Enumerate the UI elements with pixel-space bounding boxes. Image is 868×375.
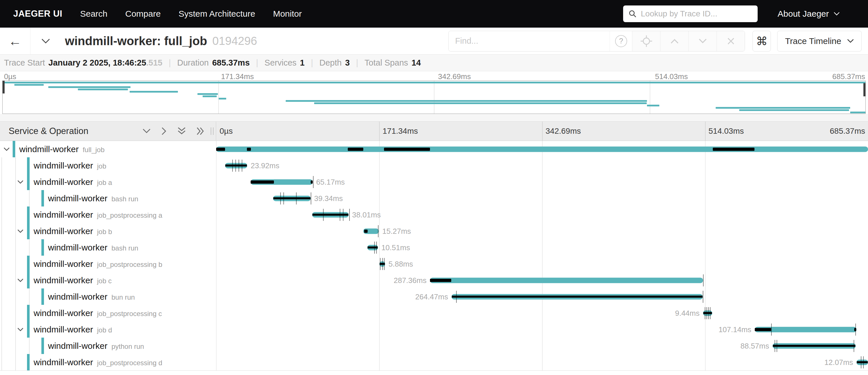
span-row[interactable]: windmill-workerjob d107.14ms	[0, 321, 868, 338]
expand-chevron-icon[interactable]	[3, 147, 10, 151]
nav-item-search[interactable]: Search	[80, 9, 107, 19]
app-logo[interactable]: JAEGER UI	[13, 9, 62, 19]
service-name: windmill-worker	[34, 177, 93, 187]
span-name-cell[interactable]: windmill-workerjob_postprocessing b	[0, 256, 216, 272]
span-bar-cell[interactable]: 12.07ms	[216, 354, 868, 370]
span-name-cell[interactable]: windmill-workerfull_job	[0, 141, 216, 157]
indent-guide	[1, 206, 2, 223]
ruler-tick-label: 685.37ms	[832, 72, 865, 81]
span-bar-cell[interactable]: 88.57ms	[216, 338, 868, 354]
span-row[interactable]: windmill-workerbun run264.47ms	[0, 288, 868, 305]
span-bar[interactable]	[216, 146, 868, 152]
about-jaeger-menu[interactable]: About Jaeger	[778, 9, 840, 19]
span-bar-cell[interactable]: 23.92ms	[216, 157, 868, 174]
expand-chevron-icon[interactable]	[17, 327, 24, 331]
span-name-cell[interactable]: windmill-workerjob	[0, 157, 216, 174]
summary-label: Duration	[177, 58, 209, 67]
span-bar-cell[interactable]: 38.01ms	[216, 206, 868, 223]
expand-chevron-icon[interactable]	[17, 278, 24, 282]
span-name-cell[interactable]: windmill-workerjob c	[0, 272, 216, 288]
span-bar-cell[interactable]: 107.14ms	[216, 321, 868, 338]
span-name-cell[interactable]: windmill-workerjob d	[0, 321, 216, 338]
self-time-marker	[755, 328, 771, 331]
span-bar-cell[interactable]: 9.44ms	[216, 305, 868, 321]
service-name: windmill-worker	[34, 259, 93, 269]
trace-lookup-input[interactable]	[640, 9, 752, 19]
span-bar-cell[interactable]: 39.34ms	[216, 190, 868, 206]
span-name-cell[interactable]: windmill-workerjob_postprocessing d	[0, 354, 216, 370]
service-name: windmill-worker	[48, 292, 107, 302]
span-row[interactable]: windmill-workerjob_postprocessing a38.01…	[0, 206, 868, 223]
span-row[interactable]: windmill-workerfull_job	[0, 141, 868, 157]
span-bar[interactable]	[857, 359, 868, 365]
expand-chevron-icon[interactable]	[17, 229, 24, 233]
expand-all-button[interactable]	[196, 127, 205, 136]
ruler-tick-label: 342.69ms	[546, 126, 581, 136]
find-next-button[interactable]	[688, 31, 716, 51]
span-name: windmill-workerjob d	[34, 325, 112, 335]
span-bar-cell[interactable]: 10.51ms	[216, 239, 868, 256]
span-bar[interactable]	[225, 163, 247, 168]
span-bar-cell[interactable]: 264.47ms	[216, 288, 868, 305]
find-input[interactable]	[449, 31, 610, 51]
find-help-button[interactable]: ?	[610, 31, 632, 51]
keyboard-shortcuts-button[interactable]: ⌘	[752, 31, 771, 52]
span-bar-cell[interactable]: 5.88ms	[216, 256, 868, 272]
span-row[interactable]: windmill-workerjob a65.17ms	[0, 174, 868, 190]
service-name: windmill-worker	[34, 210, 93, 220]
span-row[interactable]: windmill-workerbash run39.34ms	[0, 190, 868, 206]
span-name-cell[interactable]: windmill-workerjob b	[0, 223, 216, 239]
self-time-marker	[430, 279, 451, 282]
expand-one-button[interactable]	[161, 127, 167, 136]
span-bar[interactable]	[452, 294, 703, 299]
duration-label: 88.57ms	[740, 341, 769, 350]
log-tick	[313, 176, 314, 188]
span-row[interactable]: windmill-workerjob_postprocessing b5.88m…	[0, 256, 868, 272]
span-name: windmill-workerjob c	[34, 276, 112, 285]
collapse-one-button[interactable]	[142, 128, 151, 134]
nav-item-system-architecture[interactable]: System Architecture	[179, 9, 255, 19]
span-name-cell[interactable]: windmill-workerjob_postprocessing c	[0, 305, 216, 321]
span-row[interactable]: windmill-workerjob23.92ms	[0, 157, 868, 174]
span-row[interactable]: windmill-workerjob b15.27ms	[0, 223, 868, 239]
span-name-cell[interactable]: windmill-workerbun run	[0, 288, 216, 305]
span-bar[interactable]	[703, 310, 712, 316]
back-button[interactable]: ←	[0, 28, 30, 54]
column-resizer[interactable]	[211, 127, 214, 135]
focus-span-button[interactable]	[632, 31, 660, 51]
span-name-cell[interactable]: windmill-workerpython run	[0, 338, 216, 354]
span-bar-cell[interactable]: 65.17ms	[216, 174, 868, 190]
span-bar-cell[interactable]	[216, 141, 868, 157]
span-row[interactable]: windmill-workerjob_postprocessing c9.44m…	[0, 305, 868, 321]
span-name: windmill-workerjob	[34, 161, 106, 171]
log-tick	[236, 160, 236, 172]
log-tick	[242, 160, 242, 172]
find-prev-button[interactable]	[660, 31, 688, 51]
span-name: windmill-workerpython run	[48, 341, 144, 351]
span-bar-cell[interactable]: 287.36ms	[216, 272, 868, 288]
expand-chevron-icon[interactable]	[17, 180, 24, 184]
span-bar[interactable]	[773, 343, 856, 349]
self-time-stripe	[273, 197, 310, 199]
trace-view-selector[interactable]: Trace Timeline	[777, 31, 862, 52]
span-name-cell[interactable]: windmill-workerjob a	[0, 174, 216, 190]
span-bar[interactable]	[273, 196, 311, 201]
nav-item-monitor[interactable]: Monitor	[273, 9, 302, 19]
service-color-strip	[27, 256, 30, 272]
span-row[interactable]: windmill-workerbash run10.51ms	[0, 239, 868, 256]
span-row[interactable]: windmill-workerjob_postprocessing d12.07…	[0, 354, 868, 370]
span-name-cell[interactable]: windmill-workerjob_postprocessing a	[0, 206, 216, 223]
collapse-all-button[interactable]	[177, 127, 186, 136]
span-row[interactable]: windmill-workerjob c287.36ms	[0, 272, 868, 288]
span-row[interactable]: windmill-workerpython run88.57ms	[0, 338, 868, 354]
minimap-handle-left[interactable]	[3, 81, 5, 93]
span-bar[interactable]	[430, 278, 703, 283]
find-clear-button[interactable]	[716, 31, 745, 51]
minimap-handle-right[interactable]	[863, 83, 865, 96]
trace-minimap[interactable]	[2, 81, 866, 114]
span-bar-cell[interactable]: 15.27ms	[216, 223, 868, 239]
span-name-cell[interactable]: windmill-workerbash run	[0, 239, 216, 256]
nav-item-compare[interactable]: Compare	[125, 9, 161, 19]
collapse-trace-detail-chevron[interactable]	[41, 38, 51, 44]
span-name-cell[interactable]: windmill-workerbash run	[0, 190, 216, 206]
